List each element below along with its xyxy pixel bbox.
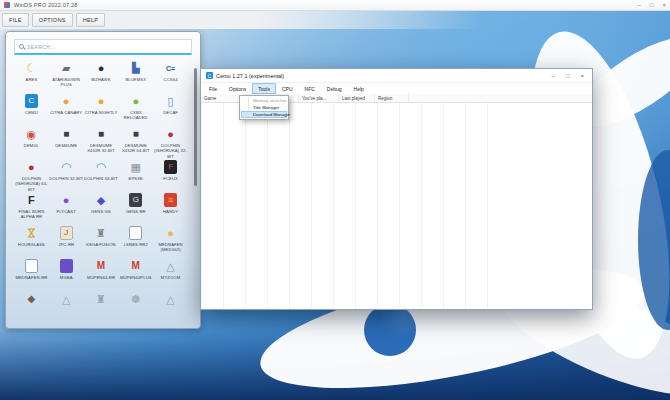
emulator-label: CEMU [25, 110, 38, 115]
window-icon [25, 259, 38, 273]
cemu-menu-item[interactable]: NFC [299, 83, 321, 94]
emulator-item[interactable]: ☾ ARES [14, 61, 49, 94]
emulator-item[interactable]: ● DOLPHIN (ISHIIRUKA) 64-BIT [14, 160, 49, 193]
emulator-item[interactable]: M MUPEN64-RR [84, 259, 119, 292]
emulator-item[interactable]: J JPC-RR [49, 226, 84, 259]
emulator-label: MEDNAFEN (MEDGUI) [153, 242, 188, 253]
emulator-item[interactable]: ☸ [118, 292, 153, 325]
emulator-label: DESMUME X432R 32-BIT [84, 143, 119, 154]
emulator-item[interactable]: △ MYZOOM [153, 259, 188, 292]
emulator-label: BIZHAWK [91, 77, 111, 82]
cemu-menu-item[interactable]: Options [223, 83, 252, 94]
emulator-label: DOLPHIN 64-BIT [84, 176, 118, 181]
emulator-label: ATARI800WIN PLUS [49, 77, 84, 88]
commodore-icon: C= [164, 61, 177, 75]
emulator-item[interactable]: ● MEDNAFEN (MEDGUI) [153, 226, 188, 259]
winds-menu-label: FILE [9, 17, 22, 23]
dropdown-menu-item[interactable]: Download Manager [241, 111, 287, 118]
winds-menu-button[interactable]: HELP [76, 13, 106, 27]
emulator-item[interactable]: ● CXBX RELOADED [118, 94, 153, 127]
cemu-menu-label: Options [229, 86, 246, 92]
emulator-label: DOLPHIN (ISHIIRUKA) 64-BIT [14, 176, 49, 192]
cemu-maximize-button[interactable]: □ [566, 73, 570, 79]
emulator-item[interactable]: ◠ DOLPHIN 32-BIT [49, 160, 84, 193]
winds-menu-button[interactable]: FILE [2, 13, 29, 27]
emulator-item[interactable]: ▦ EPSXE [118, 160, 153, 193]
emulator-item[interactable]: ■ DESMUME X432R 32-BIT [84, 127, 119, 160]
emulator-item[interactable]: MEDNAFEN-RR [14, 259, 49, 292]
emulator-item[interactable]: ● CITRA NIGHTLY [84, 94, 119, 127]
emulator-item[interactable]: ● DOLPHIN (ISHIIRUKA) 32-BIT [153, 127, 188, 160]
winds-menu-button[interactable]: OPTIONS [32, 13, 73, 27]
winds-menu-label: OPTIONS [39, 17, 66, 23]
winds-maximize-button[interactable]: □ [650, 2, 654, 8]
emulator-item[interactable]: ▰ ATARI800WIN PLUS [49, 61, 84, 94]
winds-close-button[interactable]: × [662, 2, 666, 8]
emulator-item[interactable]: ◆ GENS GS [84, 193, 119, 226]
emulator-item[interactable]: ◆ [14, 292, 49, 325]
cemu-menubar: File Options Tools CPU NFC Debug Help [201, 83, 592, 94]
emulator-item[interactable]: MGBA [49, 259, 84, 292]
cemu-minimize-button[interactable]: – [552, 73, 555, 79]
winds-titlebar[interactable]: WinDS PRO 2022.07.28 – □ × [0, 0, 670, 11]
cemu-menu-item[interactable]: Help [348, 83, 370, 94]
emulator-item[interactable]: ● FLYCAST [49, 193, 84, 226]
emulator-item[interactable]: ♜ KEGA FUSION [84, 226, 119, 259]
cemu-menu-item[interactable]: Tools [252, 83, 276, 94]
hourglass-icon: ⋈ [24, 227, 38, 240]
cemu-menu-item[interactable]: CPU [276, 83, 299, 94]
emulator-item[interactable]: F FCEUX [153, 160, 188, 193]
cemu-window: C Cemu 1.27.1 (experimental) – □ × File … [200, 68, 593, 310]
emulator-item[interactable]: ● CITRA CANARY [49, 94, 84, 127]
emulator-label: CXBX RELOADED [118, 110, 153, 121]
wheel-icon: ☸ [129, 292, 142, 306]
emulator-item[interactable]: ♜ [84, 292, 119, 325]
emulator-item[interactable]: ▙ BLUEMSX [118, 61, 153, 94]
cemu-titlebar[interactable]: C Cemu 1.27.1 (experimental) – □ × [201, 69, 592, 83]
emulator-item[interactable]: ▯ DECAF [153, 94, 188, 127]
emulator-item[interactable]: ■ DESMUME [49, 127, 84, 160]
emulator-item[interactable]: ◠ DOLPHIN 64-BIT [84, 160, 119, 193]
cemu-menu-label: NFC [305, 86, 315, 92]
winds-menubar: FILE OPTIONS HELP [0, 11, 670, 29]
column-header[interactable]: Region [375, 94, 409, 102]
panel-scrollbar[interactable] [194, 68, 197, 186]
emulator-label: MYZOOM [161, 275, 180, 280]
emulator-item[interactable]: G GENS RR [118, 193, 153, 226]
winds-minimize-button[interactable]: – [638, 2, 641, 8]
cemu-close-button[interactable]: × [580, 73, 584, 79]
emulator-label: DOLPHIN (ISHIIRUKA) 32-BIT [153, 143, 188, 159]
emulator-item[interactable]: F FINAL BURN ALPHA RR [14, 193, 49, 226]
cemu-menu-item[interactable]: Debug [321, 83, 348, 94]
dropdown-menu-item[interactable]: Memory searcher [241, 97, 287, 104]
emulator-item[interactable]: M MUPEN64PLUS [118, 259, 153, 292]
emulator-label: CCS64 [164, 77, 178, 82]
search-box[interactable] [14, 39, 192, 55]
letter-f-icon: F [25, 193, 38, 207]
emulator-label: BLUEMSX [125, 77, 146, 82]
emulator-item[interactable]: △ [49, 292, 84, 325]
emulator-item[interactable]: C= CCS64 [153, 61, 188, 94]
dolphin-icon: ◠ [60, 160, 73, 174]
emulator-label: DESMUME X432R 64-BIT [118, 143, 153, 154]
emulator-item[interactable]: C CEMU [14, 94, 49, 127]
castle-icon: ♜ [94, 226, 107, 240]
red-orb-icon: ● [164, 127, 177, 141]
emulator-label: LSNES RR2 [124, 242, 148, 247]
emulator-item[interactable]: ≡ HANDY [153, 193, 188, 226]
cemu-menu-label: Help [354, 86, 364, 92]
desktop: WinDS PRO 2022.07.28 – □ × FILE OPTIONS … [0, 0, 670, 400]
column-label: Game [204, 96, 216, 101]
column-header[interactable]: You've pla... [299, 94, 339, 102]
dropdown-menu-item[interactable]: Title Manager [241, 104, 287, 111]
emulator-item[interactable]: ⋈ HOURGLASS [14, 226, 49, 259]
emulator-item[interactable]: LSNES RR2 [118, 226, 153, 259]
emulator-label: CITRA NIGHTLY [85, 110, 118, 115]
search-input[interactable] [27, 44, 187, 50]
emulator-item[interactable]: ● BIZHAWK [84, 61, 119, 94]
emulator-item[interactable]: △ [153, 292, 188, 325]
emulator-item[interactable]: ◉ DEMUL [14, 127, 49, 160]
cemu-menu-item[interactable]: File [203, 83, 223, 94]
emulator-item[interactable]: ■ DESMUME X432R 64-BIT [118, 127, 153, 160]
column-header[interactable]: Last played [339, 94, 375, 102]
